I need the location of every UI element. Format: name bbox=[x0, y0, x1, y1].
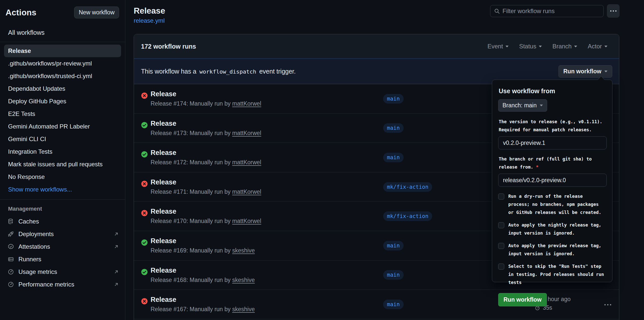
run-workflow-submit-button[interactable]: Run workflow bbox=[498, 293, 547, 306]
checkbox-label: Auto apply the nightly release tag, inpu… bbox=[508, 221, 606, 237]
run-title[interactable]: Release bbox=[151, 296, 176, 304]
branch-badge[interactable]: main bbox=[383, 123, 404, 133]
filter-status[interactable]: Status bbox=[519, 43, 542, 50]
cache-icon bbox=[8, 218, 14, 225]
run-status-icon bbox=[141, 239, 148, 246]
sidebar-item-trusted-ci[interactable]: .github/workflows/trusted-ci.yml bbox=[4, 70, 121, 82]
run-title[interactable]: Release bbox=[151, 267, 176, 274]
branch-badge[interactable]: mk/fix-action bbox=[383, 211, 432, 221]
chevron-down-icon bbox=[574, 46, 577, 47]
actor-link[interactable]: mattKorwel bbox=[232, 130, 261, 136]
branch-selector-button[interactable]: Branch: main bbox=[498, 99, 547, 112]
actions-sidebar: Actions New workflow All workflows Relea… bbox=[0, 0, 125, 320]
meter-icon bbox=[8, 281, 14, 288]
external-link-icon bbox=[114, 244, 119, 249]
sidebar-item-gemini-cli-ci[interactable]: Gemini CLI CI bbox=[4, 133, 121, 145]
checkbox-unchecked-icon[interactable] bbox=[498, 222, 504, 228]
management-section-label: Management bbox=[0, 200, 125, 215]
new-workflow-button[interactable]: New workflow bbox=[74, 7, 119, 18]
workflow-runs-count: 172 workflow runs bbox=[141, 43, 196, 50]
skip-tests-checkbox-row[interactable]: Select to skip the "Run Tests" step in t… bbox=[498, 262, 606, 286]
run-status-icon bbox=[141, 269, 148, 275]
sidebar-item-deploy-github-pages[interactable]: Deploy GitHub Pages bbox=[4, 95, 121, 108]
actor-link[interactable]: skeshive bbox=[232, 277, 255, 283]
filter-actor[interactable]: Actor bbox=[588, 43, 607, 50]
sidebar-item-mark-stale[interactable]: Mark stale issues and pull requests bbox=[4, 158, 121, 171]
dry-run-checkbox-row[interactable]: Run a dry-run of the release process; no… bbox=[498, 192, 606, 216]
version-input[interactable] bbox=[498, 136, 607, 149]
runners-icon bbox=[8, 256, 14, 263]
show-more-workflows-link[interactable]: Show more workflows... bbox=[4, 183, 121, 196]
actor-link[interactable]: mattKorwel bbox=[232, 188, 261, 195]
sidebar-item-usage-metrics[interactable]: Usage metrics bbox=[0, 266, 125, 278]
sidebar-item-integration-tests[interactable]: Integration Tests bbox=[4, 145, 121, 158]
sidebar-item-label: Runners bbox=[18, 256, 119, 263]
required-marker: * bbox=[536, 165, 539, 170]
verified-icon bbox=[8, 243, 14, 250]
ref-input[interactable] bbox=[498, 174, 607, 187]
search-input[interactable] bbox=[502, 8, 600, 15]
checkbox-unchecked-icon[interactable] bbox=[498, 264, 504, 270]
workflow-options-kebab-button[interactable] bbox=[607, 4, 620, 18]
filter-branch[interactable]: Branch bbox=[552, 43, 577, 50]
sidebar-item-attestations[interactable]: Attestations bbox=[0, 240, 125, 253]
sidebar-item-no-response[interactable]: No Response bbox=[4, 171, 121, 183]
page-title: Release bbox=[134, 6, 165, 16]
actor-link[interactable]: mattKorwel bbox=[232, 100, 261, 107]
workflow-dispatch-code: workflow_dispatch bbox=[200, 69, 256, 75]
run-title[interactable]: Release bbox=[151, 90, 176, 98]
sidebar-item-release[interactable]: Release bbox=[4, 45, 121, 57]
nightly-tag-checkbox-row[interactable]: Auto apply the nightly release tag, inpu… bbox=[498, 221, 606, 237]
run-description: Release #173: Manually run by mattKorwel bbox=[151, 130, 261, 137]
meter-icon bbox=[8, 269, 14, 275]
actor-link[interactable]: mattKorwel bbox=[232, 218, 261, 224]
external-link-icon bbox=[114, 269, 119, 275]
run-description: Release #169: Manually run by skeshive bbox=[151, 247, 255, 254]
run-title[interactable]: Release bbox=[151, 149, 176, 157]
actor-link[interactable]: mattKorwel bbox=[232, 159, 261, 166]
run-status-icon bbox=[141, 151, 148, 158]
chevron-down-icon bbox=[540, 105, 543, 106]
sidebar-item-deployments[interactable]: Deployments bbox=[0, 228, 125, 240]
run-title[interactable]: Release bbox=[151, 237, 176, 245]
sidebar-item-dependabot-updates[interactable]: Dependabot Updates bbox=[4, 82, 121, 95]
sidebar-item-pr-review[interactable]: .github/workflows/pr-review.yml bbox=[4, 57, 121, 70]
sidebar-item-caches[interactable]: Caches bbox=[0, 215, 125, 228]
branch-badge[interactable]: main bbox=[383, 270, 404, 280]
sidebar-item-e2e-tests[interactable]: E2E Tests bbox=[4, 108, 121, 120]
actor-link[interactable]: skeshive bbox=[232, 247, 255, 254]
run-title[interactable]: Release bbox=[151, 120, 176, 127]
branch-badge[interactable]: main bbox=[383, 153, 404, 162]
ref-help-text: The branch or ref (full git sha) to rele… bbox=[499, 155, 606, 171]
run-workflow-dropdown-button[interactable]: Run workflow bbox=[558, 65, 612, 78]
branch-badge[interactable]: main bbox=[383, 241, 404, 250]
branch-badge[interactable]: main bbox=[383, 94, 404, 104]
external-link-icon bbox=[114, 282, 119, 287]
actor-link[interactable]: skeshive bbox=[232, 306, 255, 312]
workflow-file-link[interactable]: release.yml bbox=[134, 17, 165, 24]
run-title[interactable]: Release bbox=[151, 208, 176, 215]
run-description: Release #171: Manually run by mattKorwel bbox=[151, 188, 261, 195]
workflow-list: Release .github/workflows/pr-review.yml … bbox=[0, 45, 125, 196]
branch-badge[interactable]: mk/fix-action bbox=[383, 182, 432, 192]
sidebar-item-all-workflows[interactable]: All workflows bbox=[0, 26, 125, 42]
sidebar-item-performance-metrics[interactable]: Performance metrics bbox=[0, 278, 125, 291]
run-filters: Event Status Branch Actor bbox=[488, 43, 607, 50]
checkbox-unchecked-icon[interactable] bbox=[498, 194, 504, 200]
sidebar-item-label: Deployments bbox=[18, 231, 109, 238]
run-description: Release #167: Manually run by skeshive bbox=[151, 306, 255, 313]
preview-tag-checkbox-row[interactable]: Auto apply the preview release tag, inpu… bbox=[498, 242, 606, 258]
checkbox-unchecked-icon[interactable] bbox=[498, 243, 504, 249]
run-workflow-dialog: Use workflow from Branch: main The versi… bbox=[492, 80, 612, 282]
run-description: Release #172: Manually run by mattKorwel bbox=[151, 159, 261, 166]
sidebar-item-label: Performance metrics bbox=[18, 281, 109, 288]
chevron-down-icon bbox=[539, 46, 542, 47]
filter-workflow-runs-search[interactable] bbox=[490, 5, 604, 17]
branch-badge[interactable]: main bbox=[383, 300, 404, 309]
sidebar-title: Actions bbox=[6, 8, 36, 17]
run-title[interactable]: Release bbox=[151, 178, 176, 186]
filter-event[interactable]: Event bbox=[488, 43, 509, 50]
sidebar-item-gemini-pr-labeler[interactable]: Gemini Automated PR Labeler bbox=[4, 120, 121, 133]
dispatch-banner-text: This workflow has a workflow_dispatch ev… bbox=[141, 68, 296, 75]
sidebar-item-runners[interactable]: Runners bbox=[0, 253, 125, 266]
